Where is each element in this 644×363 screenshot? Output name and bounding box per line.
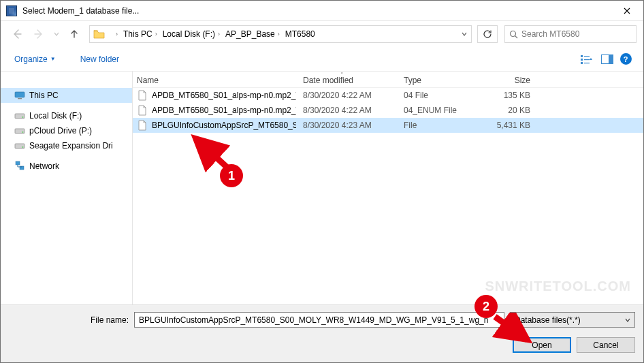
svg-rect-3 [581, 59, 583, 61]
svg-rect-1 [581, 55, 583, 57]
close-icon [624, 7, 630, 14]
breadcrumb-mt6580[interactable]: MT6580 [281, 26, 317, 42]
svg-rect-11 [15, 114, 25, 119]
breadcrumb-chevron[interactable]: › [109, 26, 119, 42]
forward-button[interactable] [29, 25, 48, 44]
window-title: Select Modem_1 database file... [22, 6, 611, 16]
file-row-selected[interactable]: BPLGUInfoCustomAppSrcP_MT6580_S00... 8/3… [133, 118, 643, 133]
navbar: › This PC› Local Disk (F:)› AP_BP_Base› … [1, 21, 643, 47]
svg-rect-9 [15, 92, 25, 97]
breadcrumb-this-pc[interactable]: This PC› [119, 26, 159, 42]
svg-point-16 [22, 146, 24, 148]
sidebar-item-network[interactable]: Network [1, 159, 132, 174]
file-row[interactable]: APDB_MT6580_S01_alps-mp-n0.mp2_W1... 8/3… [133, 88, 643, 103]
svg-rect-4 [584, 59, 590, 60]
sidebar-item-seagate[interactable]: Seagate Expansion Dri [1, 138, 132, 153]
close-button[interactable] [611, 1, 642, 20]
breadcrumb-local-disk[interactable]: Local Disk (F:)› [159, 26, 221, 42]
svg-rect-15 [15, 144, 25, 148]
help-button[interactable]: ? [617, 50, 634, 68]
drive-icon [14, 140, 25, 151]
back-arrow-icon [12, 29, 22, 40]
column-header-size[interactable]: Size [472, 73, 543, 87]
refresh-icon [483, 29, 492, 39]
recent-locations-button[interactable] [51, 25, 62, 44]
app-icon [6, 5, 17, 16]
svg-point-14 [22, 131, 24, 133]
up-arrow-icon [69, 29, 80, 40]
filetype-select[interactable]: Database files(*.*) [510, 312, 635, 328]
svg-point-0 [510, 31, 515, 36]
pc-icon [14, 90, 25, 101]
file-row[interactable]: APDB_MT6580_S01_alps-mp-n0.mp2_W1... 8/3… [133, 103, 643, 118]
preview-pane-icon [601, 54, 613, 64]
organize-button[interactable]: Organize▼ [10, 52, 60, 67]
help-icon: ? [620, 53, 632, 65]
column-headers: ˄ Name Date modified Type Size [133, 72, 643, 88]
chevron-down-icon [625, 317, 630, 323]
column-header-type[interactable]: Type [397, 73, 472, 87]
main-area: This PC Local Disk (F:) pCloud Drive (P:… [1, 72, 643, 338]
back-button[interactable] [7, 25, 27, 44]
up-button[interactable] [65, 25, 84, 44]
svg-rect-13 [15, 129, 25, 133]
search-icon [505, 30, 521, 39]
search-box[interactable] [504, 25, 637, 43]
svg-rect-5 [581, 62, 583, 64]
sidebar-item-this-pc[interactable]: This PC [1, 88, 132, 103]
sidebar-item-label: This PC [29, 91, 59, 100]
new-folder-button[interactable]: New folder [76, 52, 123, 67]
sort-indicator-icon: ˄ [340, 72, 344, 78]
chevron-down-icon [54, 31, 59, 37]
folder-icon [93, 27, 106, 41]
svg-rect-6 [584, 63, 590, 63]
search-input[interactable] [521, 29, 636, 39]
drive-icon [14, 125, 25, 136]
sidebar-item-label: Network [29, 161, 59, 171]
sidebar-item-pcloud[interactable]: pCloud Drive (P:) [1, 123, 132, 138]
breadcrumb-ap-bp-base[interactable]: AP_BP_Base› [221, 26, 281, 42]
chevron-down-icon [462, 31, 467, 37]
svg-rect-2 [584, 56, 590, 57]
drive-icon [14, 110, 25, 121]
cancel-button[interactable]: Cancel [577, 337, 635, 353]
sidebar-item-label: pCloud Drive (P:) [29, 126, 92, 136]
network-icon [14, 161, 25, 172]
file-icon [137, 120, 148, 131]
file-icon [137, 90, 148, 101]
svg-rect-17 [16, 161, 20, 165]
filename-input[interactable] [134, 312, 504, 328]
refresh-button[interactable] [477, 25, 498, 43]
navigation-pane: This PC Local Disk (F:) pCloud Drive (P:… [1, 72, 133, 338]
sidebar-item-label: Seagate Expansion Dri [29, 141, 113, 151]
preview-pane-button[interactable] [597, 50, 617, 68]
svg-rect-8 [609, 54, 613, 63]
footer: File name: Database files(*.*) Open Canc… [1, 304, 643, 362]
sidebar-item-label: Local Disk (F:) [29, 111, 82, 121]
svg-point-12 [22, 116, 24, 118]
filename-label: File name: [91, 315, 129, 325]
file-icon [137, 105, 148, 116]
file-list: ˄ Name Date modified Type Size APDB_MT65… [133, 72, 643, 338]
address-bar[interactable]: › This PC› Local Disk (F:)› AP_BP_Base› … [89, 25, 472, 43]
forward-arrow-icon [33, 29, 44, 40]
svg-rect-10 [18, 98, 22, 99]
column-header-name[interactable]: Name [133, 73, 296, 87]
open-button[interactable]: Open [513, 337, 571, 353]
view-icon [581, 54, 593, 64]
sidebar-item-local-disk[interactable]: Local Disk (F:) [1, 108, 132, 123]
view-options-button[interactable] [577, 50, 597, 68]
titlebar: Select Modem_1 database file... [1, 1, 643, 21]
toolbar: Organize▼ New folder ? [1, 47, 643, 72]
address-dropdown[interactable] [456, 31, 471, 37]
column-header-date[interactable]: Date modified [296, 73, 397, 87]
